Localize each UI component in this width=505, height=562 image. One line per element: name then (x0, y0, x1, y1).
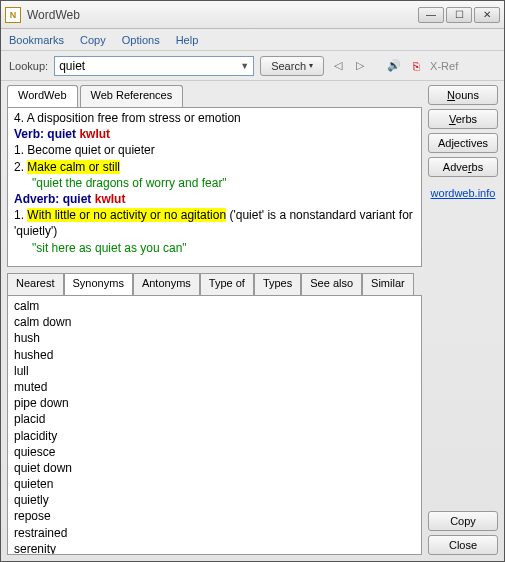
sidebar-spacer (428, 203, 498, 507)
dropdown-icon[interactable]: ▼ (240, 61, 249, 71)
tab-synonyms[interactable]: Synonyms (64, 273, 133, 295)
adverbs-button[interactable]: Adverbs (428, 157, 498, 177)
tab-similar[interactable]: Similar (362, 273, 414, 295)
right-sidebar: Nouns Verbs Adjectives Adverbs wordweb.i… (428, 85, 498, 555)
list-item[interactable]: serenity (14, 541, 415, 555)
forward-icon[interactable]: ▷ (352, 58, 368, 74)
wordweb-link[interactable]: wordweb.info (428, 187, 498, 199)
chevron-down-icon: ▾ (309, 61, 313, 70)
menu-options[interactable]: Options (122, 34, 160, 46)
menu-help[interactable]: Help (176, 34, 199, 46)
def-verb-1: 1. Become quiet or quieter (14, 142, 415, 158)
tab-webreferences[interactable]: Web References (80, 85, 184, 107)
def-verb-header: Verb: quiet kwIut (14, 126, 415, 142)
list-item[interactable]: repose (14, 508, 415, 524)
menu-bar: Bookmarks Copy Options Help (1, 29, 504, 51)
minimize-button[interactable]: — (418, 7, 444, 23)
menu-bookmarks[interactable]: Bookmarks (9, 34, 64, 46)
list-item[interactable]: quieten (14, 476, 415, 492)
definition-panel[interactable]: 4. A disposition free from stress or emo… (7, 107, 422, 267)
content-area: WordWeb Web References 4. A disposition … (1, 81, 504, 561)
list-item[interactable]: pipe down (14, 395, 415, 411)
adjectives-button[interactable]: Adjectives (428, 133, 498, 153)
speaker-icon[interactable]: 🔊 (386, 58, 402, 74)
toolbar: Lookup: quiet ▼ Search ▾ ◁ ▷ 🔊 ⎘ X-Ref (1, 51, 504, 81)
copy-button[interactable]: Copy (428, 511, 498, 531)
list-item[interactable]: placidity (14, 428, 415, 444)
relation-tabs: Nearest Synonyms Antonyms Type of Types … (7, 273, 422, 295)
nouns-button[interactable]: Nouns (428, 85, 498, 105)
synonym-list[interactable]: calmcalm downhushhushedlullmutedpipe dow… (7, 295, 422, 555)
titlebar: N WordWeb — ☐ ✕ (1, 1, 504, 29)
window-controls: — ☐ ✕ (418, 7, 500, 23)
list-item[interactable]: muted (14, 379, 415, 395)
close-window-button[interactable]: ✕ (474, 7, 500, 23)
verbs-button[interactable]: Verbs (428, 109, 498, 129)
maximize-button[interactable]: ☐ (446, 7, 472, 23)
list-item[interactable]: hushed (14, 347, 415, 363)
menu-copy[interactable]: Copy (80, 34, 106, 46)
def-noun-4: 4. A disposition free from stress or emo… (14, 110, 415, 126)
def-adverb-header: Adverb: quiet kwIut (14, 191, 415, 207)
tab-nearest[interactable]: Nearest (7, 273, 64, 295)
left-column: WordWeb Web References 4. A disposition … (7, 85, 422, 555)
list-item[interactable]: quiesce (14, 444, 415, 460)
close-button[interactable]: Close (428, 535, 498, 555)
list-item[interactable]: calm down (14, 314, 415, 330)
xref-button[interactable]: X-Ref (430, 60, 458, 72)
list-item[interactable]: quietly (14, 492, 415, 508)
lookup-label: Lookup: (9, 60, 48, 72)
app-window: N WordWeb — ☐ ✕ Bookmarks Copy Options H… (0, 0, 505, 562)
list-item[interactable]: calm (14, 298, 415, 314)
back-icon[interactable]: ◁ (330, 58, 346, 74)
def-verb-2: 2. Make calm or still (14, 159, 415, 175)
list-item[interactable]: placid (14, 411, 415, 427)
search-button[interactable]: Search ▾ (260, 56, 324, 76)
list-item[interactable]: restrained (14, 525, 415, 541)
def-verb-2-example: "quiet the dragons of worry and fear" (32, 175, 415, 191)
lookup-input[interactable]: quiet ▼ (54, 56, 254, 76)
tab-types[interactable]: Types (254, 273, 301, 295)
def-adverb-1: 1. With little or no activity or no agit… (14, 207, 415, 239)
list-item[interactable]: hush (14, 330, 415, 346)
def-adverb-1-example: "sit here as quiet as you can" (32, 240, 415, 256)
lookup-value: quiet (59, 59, 85, 73)
tab-wordweb[interactable]: WordWeb (7, 85, 78, 107)
app-icon: N (5, 7, 21, 23)
tab-typeof[interactable]: Type of (200, 273, 254, 295)
tab-antonyms[interactable]: Antonyms (133, 273, 200, 295)
exit-icon[interactable]: ⎘ (408, 58, 424, 74)
main-tabs: WordWeb Web References (7, 85, 422, 107)
tab-seealso[interactable]: See also (301, 273, 362, 295)
list-item[interactable]: quiet down (14, 460, 415, 476)
list-item[interactable]: lull (14, 363, 415, 379)
app-title: WordWeb (27, 8, 418, 22)
